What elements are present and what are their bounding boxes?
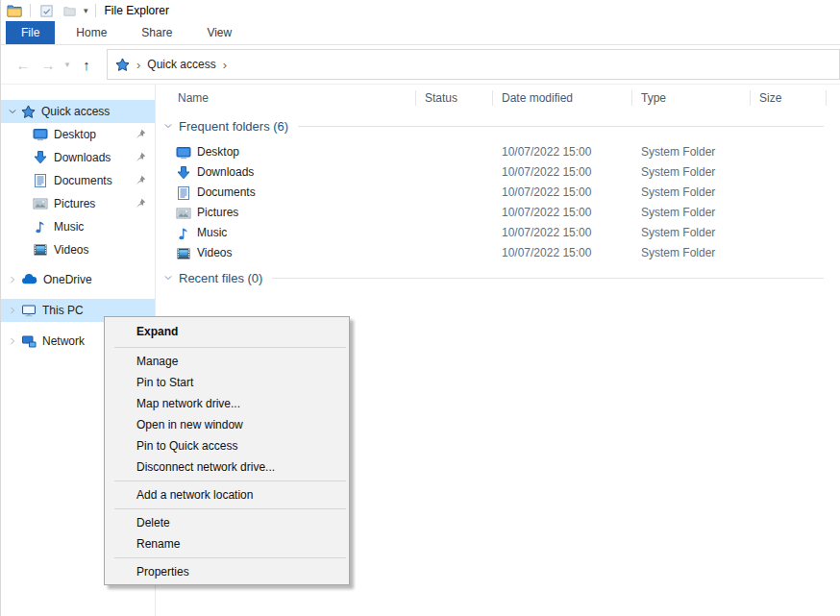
file-name: Documents [197, 183, 256, 203]
desktop-icon [33, 127, 48, 142]
chevron-down-icon[interactable] [163, 273, 173, 283]
context-menu: ExpandManagePin to StartMap network driv… [104, 316, 350, 585]
file-row-videos[interactable]: Videos10/07/2022 15:00System Folder [156, 243, 840, 263]
qat-separator [95, 4, 96, 17]
file-name: Music [197, 223, 227, 243]
explorer-logo-icon[interactable] [6, 2, 23, 19]
tab-file[interactable]: File [6, 21, 55, 44]
chevron-right-icon[interactable] [7, 336, 18, 346]
context-menu-item-add-a-network-location[interactable]: Add a network location [105, 484, 349, 505]
type-cell: System Folder [641, 162, 715, 183]
column-divider[interactable] [631, 90, 632, 106]
ribbon-tab-bar: File Home Share View [1, 21, 840, 45]
sidebar-item-documents[interactable]: Documents [1, 169, 155, 192]
up-button[interactable]: ↑ [74, 57, 99, 73]
tab-home[interactable]: Home [62, 21, 120, 44]
date-modified-cell: 10/07/2022 15:00 [502, 223, 591, 243]
sidebar-item-music[interactable]: Music [1, 215, 155, 238]
file-row-pictures[interactable]: Pictures10/07/2022 15:00System Folder [156, 203, 840, 223]
context-menu-item-disconnect-network-drive[interactable]: Disconnect network drive... [105, 456, 349, 478]
file-name: Desktop [197, 142, 239, 162]
type-cell: System Folder [641, 203, 715, 223]
sidebar-item-downloads[interactable]: Downloads [1, 146, 155, 169]
back-button[interactable]: ← [11, 57, 36, 73]
context-menu-item-map-network-drive[interactable]: Map network drive... [105, 393, 349, 414]
type-cell: System Folder [641, 183, 715, 203]
type-cell: System Folder [641, 142, 715, 162]
chevron-right-icon[interactable] [7, 306, 18, 315]
column-header-date[interactable]: Date modified [502, 86, 573, 110]
qat-dropdown-icon[interactable]: ▾ [84, 6, 88, 15]
pictures-icon [176, 206, 191, 221]
tab-view[interactable]: View [193, 21, 245, 44]
address-bar[interactable]: › Quick access › [107, 49, 840, 80]
context-menu-item-manage[interactable]: Manage [105, 351, 349, 372]
column-header-type[interactable]: Type [641, 86, 666, 110]
date-modified-cell: 10/07/2022 15:00 [502, 183, 591, 203]
sidebar-item-quick-access[interactable]: Quick access [1, 100, 155, 123]
context-menu-item-pin-to-start[interactable]: Pin to Start [105, 372, 349, 393]
sidebar-item-label: OneDrive [43, 273, 92, 286]
column-header-name[interactable]: Name [178, 86, 209, 110]
group-divider-line [272, 278, 824, 279]
sidebar-item-label: Music [54, 220, 84, 234]
column-divider[interactable] [750, 90, 751, 106]
column-header-status[interactable]: Status [425, 86, 457, 110]
videos-icon [176, 246, 191, 261]
column-divider[interactable] [415, 90, 416, 106]
breadcrumb-segment[interactable]: Quick access [147, 58, 215, 71]
file-row-music[interactable]: Music10/07/2022 15:00System Folder [156, 223, 840, 243]
context-menu-item-rename[interactable]: Rename [105, 533, 349, 554]
recent-locations-icon[interactable]: ▼ [61, 61, 74, 69]
file-row-downloads[interactable]: Downloads10/07/2022 15:00System Folder [156, 162, 840, 183]
chevron-right-icon[interactable] [7, 275, 18, 284]
date-modified-cell: 10/07/2022 15:00 [502, 162, 591, 183]
file-explorer-window: ▾ File Explorer File Home Share View ← →… [0, 0, 840, 616]
date-modified-cell: 10/07/2022 15:00 [502, 243, 591, 263]
column-header-size[interactable]: Size [759, 86, 781, 110]
desktop-icon [176, 145, 191, 160]
chevron-down-icon[interactable] [7, 107, 18, 116]
tab-share[interactable]: Share [128, 21, 185, 44]
quick-access-star-icon [115, 58, 130, 72]
menu-separator [114, 347, 346, 348]
forward-button[interactable]: → [36, 57, 61, 73]
pin-icon [136, 129, 146, 142]
column-divider[interactable] [826, 90, 827, 106]
onedrive-icon [21, 272, 37, 287]
new-folder-icon[interactable] [61, 2, 78, 19]
file-name-cell: Videos [176, 243, 232, 263]
breadcrumb-chevron-icon[interactable]: › [136, 59, 140, 71]
properties-icon[interactable] [37, 2, 55, 19]
context-menu-item-open-in-new-window[interactable]: Open in new window [105, 414, 349, 435]
context-menu-item-properties[interactable]: Properties [105, 561, 349, 582]
context-menu-item-expand[interactable]: Expand [105, 319, 349, 344]
file-row-desktop[interactable]: Desktop10/07/2022 15:00System Folder [156, 142, 840, 162]
file-name-cell: Documents [176, 183, 256, 203]
sidebar-item-desktop[interactable]: Desktop [1, 123, 155, 146]
sidebar-item-pictures[interactable]: Pictures [1, 192, 155, 215]
sidebar-item-onedrive[interactable]: OneDrive [1, 268, 155, 291]
documents-icon [176, 185, 191, 201]
group-header-frequent-folders[interactable]: Frequent folders (6) [163, 117, 824, 135]
pin-icon [136, 152, 146, 165]
music-icon [176, 226, 191, 241]
sidebar-item-label: Pictures [54, 197, 95, 210]
column-divider[interactable] [492, 90, 493, 106]
chevron-down-icon[interactable] [163, 121, 173, 131]
context-menu-item-pin-to-quick-access[interactable]: Pin to Quick access [105, 435, 349, 456]
downloads-icon [176, 165, 191, 181]
group-header-recent-files[interactable]: Recent files (0) [163, 269, 824, 286]
sidebar-item-label: Quick access [41, 105, 110, 118]
this-pc-icon [21, 303, 37, 318]
date-modified-cell: 10/07/2022 15:00 [502, 203, 591, 223]
sidebar-item-label: Network [42, 334, 85, 348]
pictures-icon [33, 196, 48, 211]
sidebar-item-videos[interactable]: Videos [1, 238, 155, 261]
downloads-icon [33, 150, 48, 165]
context-menu-item-delete[interactable]: Delete [105, 512, 349, 533]
file-row-documents[interactable]: Documents10/07/2022 15:00System Folder [156, 183, 840, 203]
breadcrumb-chevron-icon[interactable]: › [223, 59, 227, 71]
sidebar-item-label: Downloads [54, 151, 111, 164]
group-label: Frequent folders (6) [179, 119, 288, 134]
